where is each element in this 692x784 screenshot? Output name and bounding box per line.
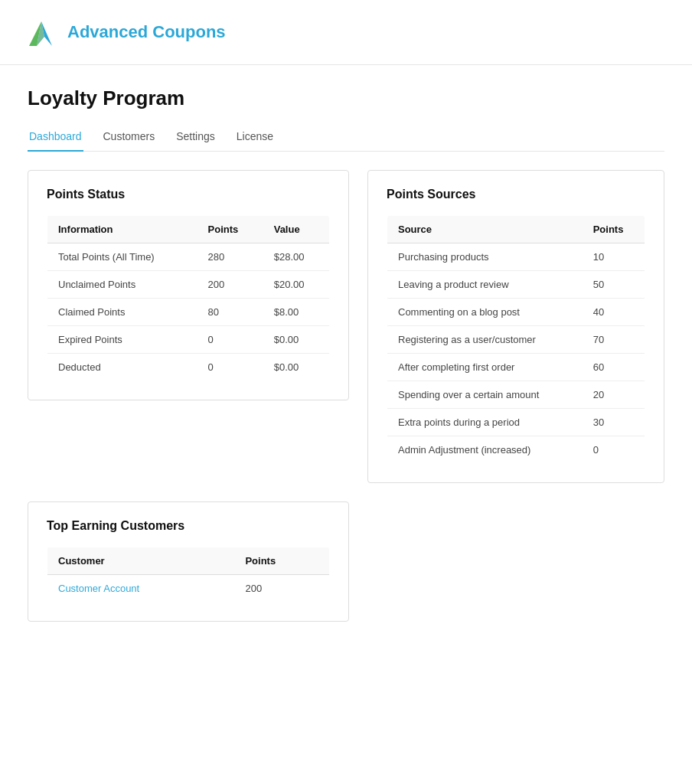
value-cell: $0.00 (263, 326, 330, 354)
col-header-customer-points: Points (234, 547, 329, 575)
info-cell: Deducted (47, 354, 197, 381)
info-cell: Unclaimed Points (47, 271, 197, 299)
points-cell: 40 (583, 299, 645, 326)
col-header-value: Value (263, 216, 330, 243)
top-customers-title: Top Earning Customers (47, 519, 330, 533)
source-cell: Leaving a product review (387, 271, 583, 299)
points-cell: 70 (583, 326, 645, 354)
tabs-nav: Dashboard Customers Settings License (28, 124, 664, 152)
col-header-source: Source (387, 216, 583, 243)
points-cell: 0 (197, 326, 263, 354)
points-cell: 80 (197, 299, 263, 326)
col-header-customer: Customer (47, 547, 235, 575)
tab-dashboard[interactable]: Dashboard (28, 124, 83, 152)
customer-link[interactable]: Customer Account (58, 583, 139, 594)
table-row: Claimed Points 80 $8.00 (47, 299, 330, 326)
table-row: Purchasing products 10 (387, 243, 645, 271)
col-header-information: Information (47, 216, 197, 243)
table-row: Admin Adjustment (increased) 0 (387, 436, 645, 464)
table-row: Customer Account 200 (47, 575, 330, 603)
source-cell: After completing first order (387, 354, 583, 381)
table-row: Unclaimed Points 200 $20.00 (47, 271, 330, 299)
points-cell: 0 (197, 354, 263, 381)
info-cell: Total Points (All Time) (47, 243, 197, 271)
points-cell: 20 (583, 381, 645, 409)
customer-points-cell: 200 (234, 575, 329, 603)
table-row: Total Points (All Time) 280 $28.00 (47, 243, 330, 271)
table-row: Spending over a certain amount 20 (387, 381, 645, 409)
points-cell: 50 (583, 271, 645, 299)
logo-icon (23, 14, 60, 51)
points-cell: 60 (583, 354, 645, 381)
value-cell: $20.00 (263, 271, 330, 299)
points-cell: 0 (583, 436, 645, 464)
col-header-points-src: Points (583, 216, 645, 243)
points-cell: 200 (197, 271, 263, 299)
logo: Advanced Coupons (23, 14, 226, 51)
points-status-title: Points Status (47, 188, 330, 201)
table-row: Commenting on a blog post 40 (387, 299, 645, 326)
page-content: Loyalty Program Dashboard Customers Sett… (0, 65, 692, 662)
tab-settings[interactable]: Settings (175, 124, 217, 152)
col-header-points: Points (197, 216, 263, 243)
source-cell: Extra points during a period (387, 409, 583, 436)
points-cell: 30 (583, 409, 645, 436)
points-status-card: Points Status Information Points Value T… (28, 170, 349, 400)
table-row: Leaving a product review 50 (387, 271, 645, 299)
table-row: Extra points during a period 30 (387, 409, 645, 436)
table-row: Registering as a user/customer 70 (387, 326, 645, 354)
source-cell: Spending over a certain amount (387, 381, 583, 409)
info-cell: Claimed Points (47, 299, 197, 326)
source-cell: Registering as a user/customer (387, 326, 583, 354)
tab-customers[interactable]: Customers (102, 124, 157, 152)
top-customers-table: Customer Points Customer Account 200 (47, 547, 330, 603)
points-status-table: Information Points Value Total Points (A… (47, 215, 330, 381)
cards-row-top: Points Status Information Points Value T… (28, 170, 664, 483)
value-cell: $28.00 (263, 243, 330, 271)
value-cell: $8.00 (263, 299, 330, 326)
table-row: Expired Points 0 $0.00 (47, 326, 330, 354)
table-row: After completing first order 60 (387, 354, 645, 381)
info-cell: Expired Points (47, 326, 197, 354)
top-customers-card: Top Earning Customers Customer Points Cu… (28, 501, 349, 622)
points-sources-title: Points Sources (387, 188, 645, 201)
page-title: Loyalty Program (28, 87, 664, 110)
header: Advanced Coupons (0, 0, 692, 65)
source-cell: Commenting on a blog post (387, 299, 583, 326)
logo-text: Advanced Coupons (67, 22, 226, 42)
value-cell: $0.00 (263, 354, 330, 381)
customer-cell: Customer Account (47, 575, 235, 603)
source-cell: Purchasing products (387, 243, 583, 271)
points-cell: 10 (583, 243, 645, 271)
source-cell: Admin Adjustment (increased) (387, 436, 583, 464)
points-cell: 280 (197, 243, 263, 271)
cards-row-bottom: Top Earning Customers Customer Points Cu… (28, 501, 664, 622)
table-row: Deducted 0 $0.00 (47, 354, 330, 381)
tab-license[interactable]: License (235, 124, 275, 152)
points-sources-table: Source Points Purchasing products 10 Lea… (387, 215, 645, 464)
points-sources-card: Points Sources Source Points Purchasing … (367, 170, 664, 483)
